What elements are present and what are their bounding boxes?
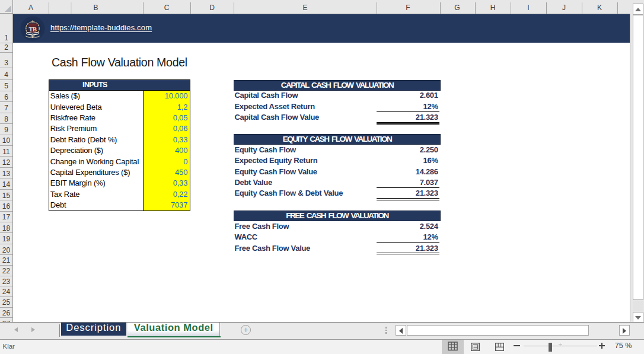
svg-text:TB: TB [28,26,37,33]
